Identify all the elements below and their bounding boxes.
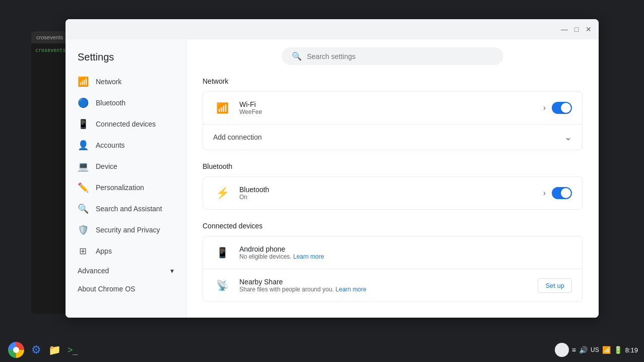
add-connection-label: Add connection — [213, 133, 262, 141]
phone-icon: 📱 — [78, 118, 88, 130]
network-section-title: Network — [203, 77, 583, 85]
sidebar-item-security-label: Security and Privacy — [96, 226, 160, 234]
taskbar: ⚙ 📁 >_ ≡ 🔊 US 📶 🔋 8:19 — [0, 338, 644, 362]
search-nav-icon: 🔍 — [78, 203, 88, 214]
wifi-text: Wi-Fi WeeFee — [239, 100, 543, 115]
sidebar-about[interactable]: About Chrome OS — [66, 280, 186, 298]
bluetooth-row-subtitle: On — [239, 194, 543, 201]
sidebar-item-connected-devices[interactable]: 📱 Connected devices — [66, 113, 182, 135]
search-icon: 🔍 — [292, 51, 302, 61]
sidebar-item-network-label: Network — [96, 78, 121, 86]
taskbar-files-icon[interactable]: 📁 — [46, 342, 62, 358]
taskbar-battery-icon: 🔋 — [614, 346, 622, 354]
sidebar-item-search-label: Search and Assistant — [96, 205, 162, 213]
maximize-button[interactable]: □ — [572, 25, 581, 33]
sidebar-item-accounts-label: Accounts — [96, 141, 125, 149]
android-phone-title: Android phone — [239, 245, 572, 253]
taskbar-wifi-icon: 📶 — [602, 346, 611, 354]
wifi-toggle[interactable] — [552, 102, 572, 114]
close-button[interactable]: ✕ — [585, 25, 593, 33]
nearby-share-title: Nearby Share — [239, 278, 538, 286]
wifi-subtitle: WeeFee — [239, 108, 543, 115]
shield-icon: 🛡️ — [78, 224, 88, 235]
title-bar: — □ ✕ — [66, 19, 599, 39]
search-input[interactable] — [307, 52, 493, 61]
bluetooth-right: › — [543, 187, 572, 199]
bluetooth-row-title: Bluetooth — [239, 186, 543, 194]
person-icon: 👤 — [78, 140, 88, 151]
nearby-share-icon: 📡 — [213, 276, 231, 294]
bluetooth-toggle-knob — [561, 188, 571, 198]
minimize-button[interactable]: — — [560, 25, 568, 33]
nearby-learn-more-link[interactable]: Learn more — [336, 286, 366, 293]
android-phone-text: Android phone No eligible devices. Learn… — [239, 245, 572, 260]
taskbar-menu-icon[interactable]: ≡ — [572, 346, 576, 354]
sidebar-advanced[interactable]: Advanced ▾ — [66, 262, 186, 280]
wifi-chevron-icon: › — [543, 103, 546, 112]
taskbar-right: ≡ 🔊 US 📶 🔋 8:19 — [555, 343, 638, 357]
sidebar-item-bluetooth-label: Bluetooth — [96, 99, 125, 107]
wifi-icon: 📶 — [78, 76, 88, 87]
android-phone-row: 📱 Android phone No eligible devices. Lea… — [203, 236, 582, 269]
nearby-share-right: Set up — [538, 278, 572, 293]
sidebar: Settings 📶 Network 🔵 Bluetooth 📱 Connect… — [66, 39, 186, 318]
about-label: About Chrome OS — [78, 285, 135, 293]
taskbar-terminal-icon[interactable]: >_ — [65, 342, 81, 358]
taskbar-system-icons: ≡ 🔊 US 📶 🔋 8:19 — [555, 343, 638, 357]
sidebar-item-network[interactable]: 📶 Network — [66, 71, 182, 92]
sidebar-item-search-and-assistant[interactable]: 🔍 Search and Assistant — [66, 198, 182, 219]
wifi-toggle-knob — [561, 103, 571, 113]
search-bar: 🔍 — [282, 47, 503, 65]
android-learn-more-link[interactable]: Learn more — [293, 253, 324, 260]
bluetooth-card: ⚡ Bluetooth On › — [203, 176, 583, 210]
bluetooth-section-title: Bluetooth — [203, 162, 583, 170]
sidebar-item-accounts[interactable]: 👤 Accounts — [66, 135, 182, 156]
set-up-button[interactable]: Set up — [538, 278, 572, 293]
connected-devices-card: 📱 Android phone No eligible devices. Lea… — [203, 236, 583, 302]
sidebar-item-apps[interactable]: ⊞ Apps — [66, 240, 182, 262]
nearby-share-row: 📡 Nearby Share Share files with people a… — [203, 269, 582, 301]
wifi-title: Wi-Fi — [239, 100, 543, 108]
bluetooth-card-icon: ⚡ — [213, 184, 231, 202]
settings-window: — □ ✕ Settings 📶 Network 🔵 Bluetooth 📱 C… — [66, 19, 599, 318]
sidebar-title: Settings — [66, 47, 186, 71]
bluetooth-icon: 🔵 — [78, 97, 88, 108]
sidebar-item-personalization[interactable]: ✏️ Personalization — [66, 177, 182, 198]
search-bar-wrap: 🔍 — [203, 47, 583, 65]
laptop-icon: 💻 — [78, 161, 88, 172]
add-connection-chevron-icon: ⌄ — [564, 132, 572, 143]
sidebar-item-security-and-privacy[interactable]: 🛡️ Security and Privacy — [66, 219, 182, 240]
bluetooth-text: Bluetooth On — [239, 186, 543, 201]
nearby-share-text: Nearby Share Share files with people aro… — [239, 278, 538, 293]
sidebar-item-device-label: Device — [96, 162, 117, 170]
wifi-right: › — [543, 102, 572, 114]
sidebar-item-connected-label: Connected devices — [96, 120, 156, 128]
apps-icon: ⊞ — [78, 246, 88, 257]
android-phone-icon: 📱 — [213, 244, 231, 262]
sidebar-item-device[interactable]: 💻 Device — [66, 156, 182, 177]
connected-devices-section-title: Connected devices — [203, 222, 583, 230]
bluetooth-row[interactable]: ⚡ Bluetooth On › — [203, 177, 582, 209]
sidebar-item-bluetooth[interactable]: 🔵 Bluetooth — [66, 92, 182, 113]
settings-body: Settings 📶 Network 🔵 Bluetooth 📱 Connect… — [66, 39, 599, 318]
network-card: 📶 Wi-Fi WeeFee › Add connection ⌄ — [203, 91, 583, 150]
main-content: 🔍 Network 📶 Wi-Fi WeeFee › — [186, 39, 599, 318]
android-phone-subtitle: No eligible devices. Learn more — [239, 253, 572, 260]
wifi-card-icon: 📶 — [213, 99, 231, 117]
chevron-down-icon: ▾ — [170, 267, 174, 275]
brush-icon: ✏️ — [78, 182, 88, 193]
add-connection-row[interactable]: Add connection ⌄ — [203, 125, 582, 150]
taskbar-settings-icon[interactable]: ⚙ — [28, 342, 44, 358]
taskbar-user-avatar — [555, 343, 569, 357]
chrome-logo — [8, 342, 24, 358]
taskbar-time: 8:19 — [625, 346, 638, 354]
sidebar-item-apps-label: Apps — [96, 247, 112, 255]
terminal-title: crosevents — [36, 34, 63, 40]
taskbar-us-label: US — [591, 346, 599, 353]
nearby-share-subtitle: Share files with people around you. Lear… — [239, 286, 538, 293]
wifi-row[interactable]: 📶 Wi-Fi WeeFee › — [203, 92, 582, 125]
taskbar-volume-icon: 🔊 — [579, 346, 588, 354]
bluetooth-toggle[interactable] — [552, 187, 572, 199]
taskbar-chrome-icon[interactable] — [6, 340, 26, 360]
bluetooth-chevron-icon: › — [543, 189, 546, 198]
